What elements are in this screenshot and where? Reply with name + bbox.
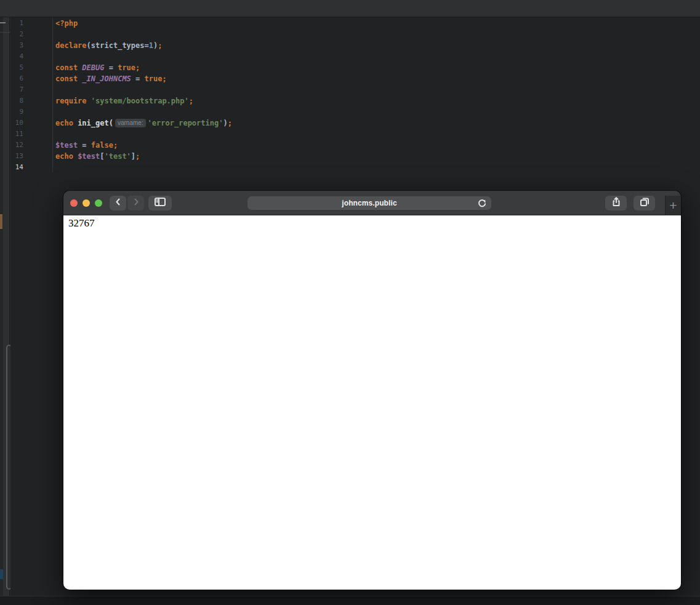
code-line[interactable]: 5const DEBUG = true; (10, 62, 700, 73)
code-token: ; (113, 141, 118, 150)
code-token: const (55, 74, 82, 83)
left-edge-dash-icon (0, 22, 6, 23)
line-number[interactable]: 3 (10, 40, 23, 51)
code-token: _IN_JOHNCMS (82, 74, 131, 83)
code-line[interactable]: 3declare(strict_types=1); (10, 40, 700, 51)
code-token: declare (55, 41, 87, 50)
code-line[interactable]: 6const _IN_JOHNCMS = true; (10, 73, 700, 84)
code-token: 'test' (104, 152, 131, 161)
tab-overview-icon (639, 196, 650, 210)
code-token: false (91, 141, 113, 150)
code-line[interactable]: 1<?php (10, 18, 700, 29)
page-output-text: 32767 (68, 217, 95, 230)
code-token: true (118, 63, 135, 72)
plus-icon: + (669, 199, 677, 212)
ide-statusbar (0, 596, 700, 605)
ide-titlebar (0, 0, 700, 17)
code-token: (strict_types= (87, 41, 149, 50)
code-token: const (55, 63, 82, 72)
line-number[interactable]: 6 (10, 73, 23, 84)
code-line[interactable]: 7 (10, 84, 700, 95)
zoom-window-button[interactable] (95, 199, 102, 207)
line-number[interactable]: 11 (10, 129, 23, 140)
tab-overview-button[interactable] (634, 196, 655, 210)
code-token: echo (55, 119, 78, 127)
parameter-name-hint: varname: (115, 119, 146, 127)
scrollbar-track[interactable] (3, 17, 10, 596)
code-token: 'error_reporting' (148, 119, 223, 127)
code-text: <?php (55, 18, 78, 29)
minimize-window-button[interactable] (82, 199, 90, 207)
line-number[interactable]: 14 (10, 162, 23, 173)
line-number[interactable]: 13 (10, 151, 23, 162)
reload-icon[interactable] (477, 198, 487, 210)
share-button[interactable] (605, 196, 627, 210)
code-text: require 'system/bootstrap.php'; (55, 95, 193, 106)
left-edge-divider (0, 32, 10, 33)
traffic-lights (70, 199, 102, 207)
code-text: echo ini_get(varname:'error_reporting'); (55, 118, 232, 129)
code-token: ini_get( (78, 119, 113, 127)
code-token: ; (162, 74, 166, 83)
code-token: ) (223, 119, 227, 127)
safari-toolbar: johncms.public (63, 191, 681, 215)
code-line[interactable]: 12$test = false; (10, 140, 700, 151)
line-number[interactable]: 9 (10, 106, 23, 118)
code-line[interactable]: 2 (10, 29, 700, 40)
code-token: = (104, 63, 118, 72)
code-token: = (131, 74, 145, 83)
code-token: ; (135, 63, 140, 72)
code-token: = (78, 141, 91, 150)
code-line[interactable]: 11 (10, 129, 700, 140)
code-token: true (145, 74, 163, 83)
annotation-mark-blue (0, 569, 3, 579)
forward-button[interactable] (127, 196, 144, 210)
code-text: const _IN_JOHNCMS = true; (55, 73, 167, 84)
address-bar-url: johncms.public (342, 199, 396, 207)
browser-page-content: 32767 (63, 215, 681, 590)
chevron-right-icon (131, 197, 141, 209)
sidebar-button[interactable] (148, 196, 172, 210)
sidebar-icon (154, 197, 166, 209)
code-line[interactable]: 14 (10, 162, 700, 173)
code-line[interactable]: 4 (10, 51, 700, 62)
line-number[interactable]: 10 (10, 118, 23, 129)
code-token: DEBUG (82, 63, 104, 72)
line-number[interactable]: 7 (10, 84, 23, 95)
code-text: const DEBUG = true; (55, 62, 140, 73)
code-token: $test (55, 141, 78, 150)
code-line[interactable]: 8require 'system/bootstrap.php'; (10, 95, 700, 106)
code-line[interactable]: 13echo $test['test']; (10, 151, 700, 162)
safari-window[interactable]: johncms.public (63, 191, 681, 590)
code-token: 1 (149, 41, 153, 50)
left-rail (0, 17, 10, 596)
code-text: echo $test['test']; (55, 151, 140, 162)
code-line[interactable]: 9 (10, 106, 700, 118)
code-text: declare(strict_types=1); (55, 40, 162, 51)
line-number[interactable]: 5 (10, 62, 23, 73)
new-tab-button[interactable]: + (665, 196, 681, 215)
code-lines[interactable]: 1<?php23declare(strict_types=1);45const … (10, 18, 700, 173)
address-bar[interactable]: johncms.public (247, 196, 491, 210)
line-number[interactable]: 4 (10, 51, 23, 62)
annotation-mark-orange (0, 214, 2, 229)
code-token: <?php (55, 19, 78, 28)
chevron-left-icon (113, 197, 123, 209)
code-token: require (55, 97, 91, 105)
code-token: ; (228, 119, 232, 127)
back-button[interactable] (110, 196, 126, 210)
line-number[interactable]: 2 (10, 29, 23, 40)
close-window-button[interactable] (70, 199, 78, 207)
line-number[interactable]: 1 (10, 18, 23, 29)
code-token: ; (158, 41, 162, 50)
code-text: $test = false; (55, 140, 118, 151)
code-token: 'system/bootstrap.php' (91, 97, 189, 105)
nav-buttons (110, 196, 144, 210)
code-token: ; (189, 97, 193, 105)
code-line[interactable]: 10echo ini_get(varname:'error_reporting'… (10, 118, 700, 129)
code-token: ] (131, 152, 135, 161)
line-number[interactable]: 8 (10, 95, 23, 106)
code-token: ; (135, 152, 140, 161)
line-number[interactable]: 12 (10, 140, 23, 151)
code-token: $test (78, 152, 100, 161)
